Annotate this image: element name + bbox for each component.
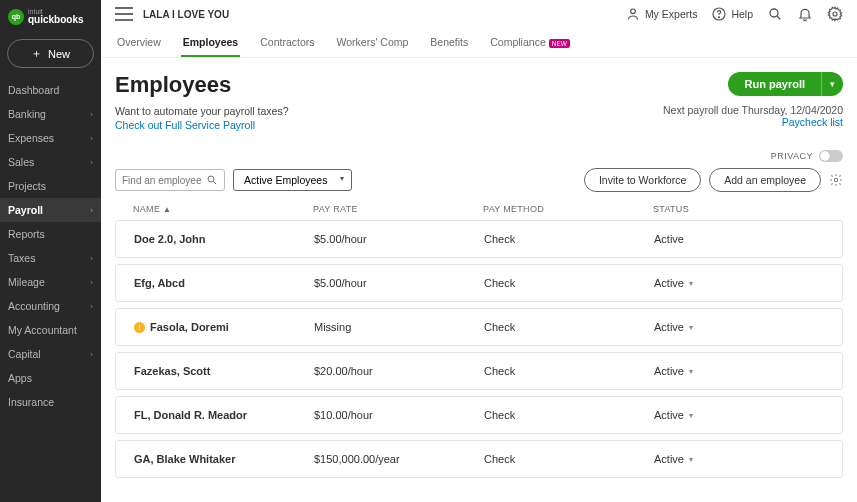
new-badge: new bbox=[549, 39, 570, 48]
sidebar-item-dashboard[interactable]: Dashboard bbox=[0, 78, 101, 102]
table-row[interactable]: Fazekas, Scott$20.00/hourCheckActive▾ bbox=[115, 352, 843, 390]
tab-overview[interactable]: Overview bbox=[115, 28, 163, 57]
table-settings-icon[interactable] bbox=[829, 173, 843, 187]
tab-employees[interactable]: Employees bbox=[181, 28, 240, 57]
pay-method-cell: Check bbox=[484, 321, 654, 333]
table-row[interactable]: Efg, Abcd$5.00/hourCheckActive▾ bbox=[115, 264, 843, 302]
gear-icon[interactable] bbox=[827, 6, 843, 22]
tab-label: Employees bbox=[183, 36, 238, 48]
employee-name: Efg, Abcd bbox=[134, 277, 185, 289]
employee-name-cell: FL, Donald R. Meador bbox=[134, 409, 314, 421]
table-row[interactable]: FL, Donald R. Meador$10.00/hourCheckActi… bbox=[115, 396, 843, 434]
tab-benefits[interactable]: Benefits bbox=[428, 28, 470, 57]
tab-workers-comp[interactable]: Workers' Comp bbox=[335, 28, 411, 57]
sidebar-item-projects[interactable]: Projects bbox=[0, 174, 101, 198]
table-row[interactable]: !Fasola, DoremiMissingCheckActive▾ bbox=[115, 308, 843, 346]
col-method-header[interactable]: PAY METHOD bbox=[483, 204, 653, 214]
status-cell[interactable]: Active▾ bbox=[654, 453, 824, 465]
pay-rate-cell: $150,000.00/year bbox=[314, 453, 484, 465]
bell-icon[interactable] bbox=[797, 6, 813, 22]
sidebar-nav: DashboardBanking›Expenses›Sales›Projects… bbox=[0, 78, 101, 502]
sidebar-item-apps[interactable]: Apps bbox=[0, 366, 101, 390]
paycheck-list-link[interactable]: Paycheck list bbox=[782, 116, 843, 128]
status-value: Active bbox=[654, 365, 684, 377]
main-area: LALA I LOVE YOU My Experts Help Overview… bbox=[101, 0, 857, 502]
sort-asc-icon: ▲ bbox=[163, 205, 171, 214]
table-row[interactable]: Doe 2.0, John$5.00/hourCheckActive bbox=[115, 220, 843, 258]
chevron-down-icon: ▾ bbox=[689, 411, 693, 420]
sidebar-item-label: Reports bbox=[8, 228, 45, 240]
sidebar-item-my-accountant[interactable]: My Accountant bbox=[0, 318, 101, 342]
due-block: Next payroll due Thursday, 12/04/2020 Pa… bbox=[663, 104, 843, 132]
tab-label: Contractors bbox=[260, 36, 314, 48]
sidebar-item-reports[interactable]: Reports bbox=[0, 222, 101, 246]
employee-name: Fazekas, Scott bbox=[134, 365, 210, 377]
svg-point-5 bbox=[208, 176, 214, 182]
table-header: NAME ▲ PAY RATE PAY METHOD STATUS bbox=[115, 198, 843, 220]
status-cell[interactable]: Active▾ bbox=[654, 321, 824, 333]
tab-label: Benefits bbox=[430, 36, 468, 48]
privacy-toggle[interactable] bbox=[819, 150, 843, 162]
status-cell[interactable]: Active▾ bbox=[654, 409, 824, 421]
promo-link[interactable]: Check out Full Service Payroll bbox=[115, 119, 255, 131]
pay-method-cell: Check bbox=[484, 453, 654, 465]
status-value: Active bbox=[654, 277, 684, 289]
svg-point-2 bbox=[719, 17, 720, 18]
tab-contractors[interactable]: Contractors bbox=[258, 28, 316, 57]
sidebar-item-label: Mileage bbox=[8, 276, 45, 288]
invite-workforce-button[interactable]: Invite to Workforce bbox=[584, 168, 701, 192]
pay-rate-cell: Missing bbox=[314, 321, 484, 333]
search-icon[interactable] bbox=[767, 6, 783, 22]
sidebar-item-insurance[interactable]: Insurance bbox=[0, 390, 101, 414]
chevron-right-icon: › bbox=[90, 206, 93, 215]
employee-name-cell: GA, Blake Whitaker bbox=[134, 453, 314, 465]
search-icon bbox=[206, 174, 218, 186]
pay-method-cell: Check bbox=[484, 233, 654, 245]
qb-logo-icon: qb bbox=[8, 9, 24, 25]
new-button[interactable]: ＋ New bbox=[7, 39, 94, 68]
sidebar-item-mileage[interactable]: Mileage› bbox=[0, 270, 101, 294]
sidebar-item-accounting[interactable]: Accounting› bbox=[0, 294, 101, 318]
pay-rate-cell: $20.00/hour bbox=[314, 365, 484, 377]
help-link[interactable]: Help bbox=[711, 6, 753, 22]
chevron-right-icon: › bbox=[90, 134, 93, 143]
run-payroll-button[interactable]: Run payroll bbox=[728, 72, 821, 96]
svg-point-4 bbox=[833, 12, 837, 16]
sidebar-item-banking[interactable]: Banking› bbox=[0, 102, 101, 126]
next-payroll-due: Next payroll due Thursday, 12/04/2020 bbox=[663, 104, 843, 116]
employee-filter-dropdown[interactable]: Active Employees bbox=[233, 169, 352, 191]
chevron-right-icon: › bbox=[90, 350, 93, 359]
chevron-right-icon: › bbox=[90, 158, 93, 167]
pay-method-cell: Check bbox=[484, 365, 654, 377]
logo[interactable]: qb intuit quickbooks bbox=[0, 0, 101, 33]
hamburger-icon[interactable] bbox=[115, 7, 133, 21]
employee-name-cell: !Fasola, Doremi bbox=[134, 321, 314, 333]
my-experts-link[interactable]: My Experts bbox=[625, 6, 698, 22]
table-row[interactable]: GA, Blake Whitaker$150,000.00/yearCheckA… bbox=[115, 440, 843, 478]
col-rate-header[interactable]: PAY RATE bbox=[313, 204, 483, 214]
company-name: LALA I LOVE YOU bbox=[143, 9, 229, 20]
status-value: Active bbox=[654, 321, 684, 333]
promo-block: Want to automate your payroll taxes? Che… bbox=[115, 104, 289, 132]
col-name-header[interactable]: NAME ▲ bbox=[133, 204, 313, 214]
status-value: Active bbox=[654, 453, 684, 465]
sidebar-item-label: Accounting bbox=[8, 300, 60, 312]
run-payroll-dropdown[interactable]: ▾ bbox=[821, 72, 843, 96]
tab-compliance[interactable]: Compliancenew bbox=[488, 28, 572, 57]
employee-name: Fasola, Doremi bbox=[150, 321, 229, 333]
sidebar-item-expenses[interactable]: Expenses› bbox=[0, 126, 101, 150]
page-title: Employees bbox=[115, 72, 231, 98]
tab-label: Workers' Comp bbox=[337, 36, 409, 48]
status-value: Active bbox=[654, 409, 684, 421]
col-status-header[interactable]: STATUS bbox=[653, 204, 825, 214]
sidebar-item-sales[interactable]: Sales› bbox=[0, 150, 101, 174]
status-cell[interactable]: Active▾ bbox=[654, 365, 824, 377]
sidebar-item-capital[interactable]: Capital› bbox=[0, 342, 101, 366]
status-cell[interactable]: Active▾ bbox=[654, 277, 824, 289]
chevron-right-icon: › bbox=[90, 278, 93, 287]
sidebar-item-payroll[interactable]: Payroll› bbox=[0, 198, 101, 222]
search-input[interactable] bbox=[122, 175, 206, 186]
add-employee-button[interactable]: Add an employee bbox=[709, 168, 821, 192]
sidebar-item-taxes[interactable]: Taxes› bbox=[0, 246, 101, 270]
employee-search[interactable] bbox=[115, 169, 225, 191]
